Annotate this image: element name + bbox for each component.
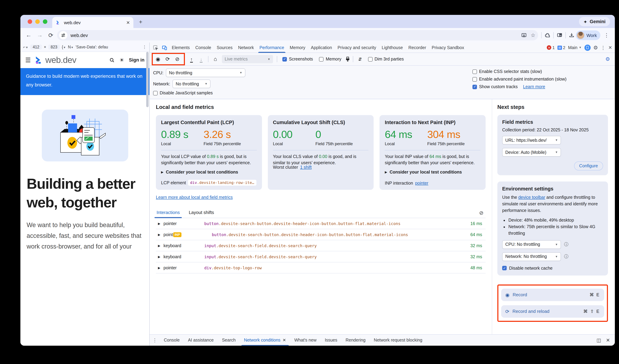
tab-close-icon[interactable]: ✕	[126, 20, 130, 25]
expand-icon[interactable]: ▶	[158, 233, 161, 236]
gemini-button[interactable]: ✦Gemini	[579, 17, 610, 26]
device-ai-icon[interactable]	[584, 44, 591, 51]
bookmark-star-icon[interactable]: ☆	[531, 32, 535, 38]
custom-tracks-checkbox[interactable]: Show custom tracks Learn more	[472, 84, 566, 89]
address-bar[interactable]: web.dev ☆	[57, 30, 538, 41]
device-toolbar-toggle-icon[interactable]	[160, 43, 169, 52]
gc-brush-icon[interactable]	[345, 56, 350, 62]
cpu-throttle-select[interactable]: No throttling▼	[166, 69, 245, 77]
device-toolbar-link[interactable]: device toolbar	[518, 195, 545, 200]
tab-privacy-security[interactable]: Privacy and security	[335, 42, 379, 53]
devtools-close-icon[interactable]: ✕	[608, 45, 612, 50]
drawer-tab-ai-assistance[interactable]: AI assistance	[184, 335, 218, 346]
env-cpu-select[interactable]: CPU: No throttling▼	[502, 240, 561, 249]
issues-badge[interactable]: ▤2	[558, 45, 565, 50]
drawer-menu-icon[interactable]: ⋮	[153, 337, 157, 343]
interaction-row[interactable]: ▶ pointer div.devsite-top-logo-row 48 ms	[156, 262, 486, 273]
install-icon[interactable]	[521, 32, 527, 38]
paint-instrumentation-checkbox[interactable]: Enable advanced paint instrumentation (s…	[472, 77, 566, 82]
disable-js-checkbox[interactable]: Disable JavaScript samples	[153, 91, 213, 95]
drawer-tab-whats-new[interactable]: What's new	[291, 335, 320, 346]
extensions-icon[interactable]	[545, 32, 550, 38]
tab-memory[interactable]: Memory	[287, 42, 308, 53]
lcp-element-chip[interactable]: div.devsite-landing-row-ite…	[188, 180, 256, 186]
tab-elements[interactable]: Elements	[169, 42, 193, 53]
error-badge[interactable]: ✕1	[547, 45, 555, 50]
site-logo[interactable]: web.dev	[34, 55, 76, 65]
cls-shift-link[interactable]: 1 shift	[300, 165, 312, 170]
drawer-tab-issues[interactable]: Issues	[321, 335, 341, 346]
minimize-window-button[interactable]	[35, 19, 40, 24]
inspect-icon[interactable]	[151, 43, 160, 52]
tab-lighthouse[interactable]: Lighthouse	[379, 42, 406, 53]
expand-icon[interactable]: ▶	[158, 244, 161, 247]
network-info-icon[interactable]: ⓘ	[564, 253, 568, 259]
tab-application[interactable]: Application	[308, 42, 335, 53]
device-width-input[interactable]: 412	[30, 45, 42, 49]
device-select-icon[interactable]: ⌐▼	[23, 45, 28, 49]
sign-in-button[interactable]: Sign in	[129, 57, 144, 63]
collapse-icon[interactable]: ⇵	[355, 55, 365, 64]
cpu-info-icon[interactable]: ⓘ	[564, 241, 568, 247]
save-profile-icon[interactable]: ↓	[197, 55, 206, 64]
close-window-button[interactable]	[28, 19, 32, 24]
devtools-menu-icon[interactable]: ⋮	[601, 45, 605, 50]
inp-pointer-link[interactable]: pointer	[415, 181, 428, 186]
reload-button[interactable]: ⟳	[46, 30, 56, 40]
tab-console[interactable]: Console	[193, 42, 214, 53]
hamburger-menu-icon[interactable]: ☰	[25, 56, 31, 64]
memory-checkbox[interactable]: Memory	[319, 57, 341, 62]
interaction-row[interactable]: ▶ keyboard input.devsite-search-field.de…	[156, 251, 486, 262]
split-panel-icon[interactable]: ◫	[597, 337, 601, 343]
expand-icon[interactable]: ▶	[158, 222, 161, 225]
url-select[interactable]: URL: https://web.dev/▼	[502, 136, 561, 144]
back-button[interactable]: ←	[24, 30, 33, 40]
drawer-tab-console[interactable]: Console	[160, 335, 183, 346]
tab-recorder[interactable]: Recorder	[406, 42, 429, 53]
settings-gear-icon[interactable]: ⚙	[593, 44, 598, 51]
configure-button[interactable]: Configure	[574, 161, 603, 170]
tab-sources[interactable]: Sources	[214, 42, 235, 53]
interaction-row[interactable]: ▶ pointer button.devsite-search-button.d…	[156, 218, 486, 229]
drawer-tab-close-icon[interactable]: ✕	[282, 338, 286, 343]
url-text[interactable]: web.dev	[70, 33, 518, 38]
tab-interactions[interactable]: Interactions	[156, 208, 180, 218]
live-metrics-settings-icon[interactable]: ⚙	[605, 56, 613, 62]
css-selector-stats-checkbox[interactable]: Enable CSS selector stats (slow)	[472, 69, 566, 74]
zoom-window-button[interactable]	[43, 19, 47, 24]
page-scrollbar[interactable]	[146, 52, 149, 107]
record-and-reload-button[interactable]: ⟳ Record and reload ⌘ ⇧ E	[501, 305, 604, 318]
record-button[interactable]: ◉ Record ⌘ E	[501, 288, 604, 301]
tab-layout-shifts[interactable]: Layout shifts	[188, 208, 215, 218]
disable-cache-checkbox[interactable]: Disable network cache	[502, 266, 603, 270]
theme-toggle-icon[interactable]: ☀	[119, 57, 124, 63]
tab-network[interactable]: Network	[235, 42, 257, 53]
network-throttle-select[interactable]: No throttling▼	[173, 80, 211, 88]
drawer-tab-rendering[interactable]: Rendering	[342, 335, 369, 346]
drawer-tab-network-request-blocking[interactable]: Network request blocking	[370, 335, 426, 346]
load-profile-icon[interactable]: ↑	[187, 55, 196, 64]
expand-icon[interactable]: ▶	[158, 266, 161, 269]
drawer-close-icon[interactable]: ✕	[606, 337, 610, 343]
interaction-row[interactable]: ▶ pointer INP button.devsite-search-butt…	[156, 229, 486, 240]
tab-performance[interactable]: Performance	[257, 42, 287, 53]
custom-tracks-learn-more-link[interactable]: Learn more	[523, 84, 545, 89]
inp-expander[interactable]: ▶Consider your local test conditions	[385, 170, 480, 175]
site-settings-icon[interactable]	[59, 31, 67, 39]
tab-privacy-sandbox[interactable]: Privacy Sandbox	[429, 42, 467, 53]
dim-3rd-parties-checkbox[interactable]: Dim 3rd parties	[368, 57, 404, 62]
context-select[interactable]: Main▼	[568, 45, 581, 50]
drawer-tab-search[interactable]: Search	[218, 335, 239, 346]
interaction-row[interactable]: ▶ keyboard input.devsite-search-field.de…	[156, 240, 486, 251]
metrics-learn-more-link[interactable]: Learn more about local and field metrics	[156, 195, 233, 200]
forward-button[interactable]: →	[35, 30, 45, 40]
downloads-icon[interactable]	[569, 32, 574, 38]
clear-icon[interactable]: ⊘	[173, 55, 182, 64]
expand-icon[interactable]: ▶	[158, 255, 161, 258]
throttle-select[interactable]: N▼	[68, 45, 73, 49]
record-reload-icon[interactable]: ⟳	[163, 55, 172, 64]
site-search-icon[interactable]	[109, 57, 114, 63]
device-select[interactable]: Device: Auto (Mobile)▼	[502, 148, 561, 157]
drawer-tab-network-conditions[interactable]: Network conditions✕	[240, 335, 290, 346]
live-metrics-select[interactable]: Live metrics▼	[222, 55, 273, 63]
